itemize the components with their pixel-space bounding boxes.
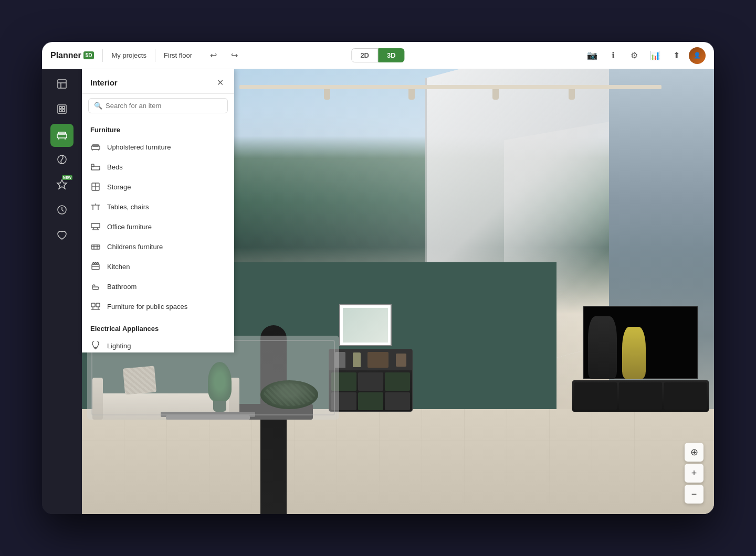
clock-icon	[56, 204, 68, 218]
vase-dark	[588, 316, 617, 379]
my-projects-link[interactable]: My projects	[111, 51, 146, 59]
public-label: Furniture for public spaces	[107, 303, 187, 311]
panel-title: Interior	[90, 78, 118, 87]
search-icon: 🔍	[94, 102, 102, 110]
bar-cabinet	[329, 349, 413, 412]
zoom-in-button[interactable]: +	[685, 464, 704, 483]
compass-icon: ⊕	[690, 446, 698, 458]
bathroom-label: Bathroom	[107, 283, 136, 291]
category-item-upholstered[interactable]: Upholstered furniture	[82, 137, 234, 157]
svg-rect-4	[59, 110, 61, 112]
separator-1	[102, 49, 103, 62]
svg-rect-43	[96, 303, 100, 307]
office-label: Office furniture	[107, 223, 152, 231]
undo-redo-actions: ↩ ↪	[205, 47, 243, 64]
sidebar-item-clock[interactable]	[50, 199, 74, 222]
svg-rect-42	[91, 303, 95, 307]
sidebar-item-favorites[interactable]	[50, 224, 74, 248]
drawer-2	[619, 382, 662, 410]
avatar[interactable]: 👤	[689, 47, 706, 64]
bathroom-icon	[90, 281, 101, 292]
new-badge: NEW	[62, 175, 72, 180]
category-item-lighting[interactable]: Lighting	[82, 336, 234, 352]
compass-button[interactable]: ⊕	[685, 443, 704, 462]
svg-rect-28	[91, 223, 100, 228]
svg-rect-0	[58, 80, 66, 88]
spotlight-1	[324, 89, 330, 100]
nav-controls: ⊕ + −	[685, 443, 704, 504]
storage-icon	[90, 181, 101, 192]
topbar-right-actions: 📷 ℹ ⚙ 📊 ⬆ 👤	[584, 47, 706, 64]
sidebar-item-furniture[interactable]	[50, 124, 74, 147]
kitchen-label: Kitchen	[107, 263, 130, 271]
floor	[82, 409, 714, 514]
category-item-kitchen[interactable]: Kitchen	[82, 256, 234, 276]
separator-2	[155, 49, 155, 62]
logo-badge: 5D	[83, 51, 94, 59]
info-icon: ℹ	[612, 50, 615, 60]
picture-frame	[339, 304, 392, 346]
zoom-out-button[interactable]: −	[685, 485, 704, 504]
svg-point-40	[97, 263, 99, 264]
spotlight-4	[569, 89, 575, 100]
wine-slot-2	[358, 372, 383, 391]
category-item-bathroom[interactable]: Bathroom	[82, 276, 234, 296]
topbar: Planner 5D My projects First floor ↩ ↪ 2…	[42, 42, 714, 69]
svg-rect-5	[62, 110, 65, 112]
view-3d-button[interactable]: 3D	[378, 48, 405, 62]
pouf-pattern	[264, 383, 315, 406]
childrens-icon	[90, 241, 101, 252]
floor-tiles-h	[82, 409, 714, 514]
current-project-link[interactable]: First floor	[164, 51, 192, 59]
undo-button[interactable]: ↩	[205, 47, 222, 64]
category-item-storage[interactable]: Storage	[82, 177, 234, 197]
bowl	[368, 352, 388, 368]
box-item	[396, 354, 406, 367]
svg-rect-3	[62, 106, 65, 109]
ceiling-track	[239, 85, 662, 89]
stats-button[interactable]: 📊	[647, 47, 664, 64]
search-input[interactable]	[106, 102, 222, 110]
info-button[interactable]: ℹ	[605, 47, 622, 64]
app-container: Planner 5D My projects First floor ↩ ↪ 2…	[42, 42, 714, 514]
vase-gold	[622, 327, 646, 379]
public-icon	[90, 301, 101, 312]
beds-label: Beds	[107, 163, 123, 171]
app-logo[interactable]: Planner 5D	[50, 51, 94, 60]
childrens-label: Childrens furniture	[107, 243, 163, 251]
sidebar-item-library[interactable]	[50, 99, 74, 122]
sidebar-item-floor-plan[interactable]	[50, 73, 74, 97]
category-item-childrens[interactable]: Childrens furniture	[82, 237, 234, 256]
svg-rect-32	[91, 245, 100, 249]
panel-list: Furniture Upholstered furniture	[82, 117, 234, 352]
settings-button[interactable]: ⚙	[626, 47, 643, 64]
view-2d-button[interactable]: 2D	[351, 48, 378, 62]
category-item-public[interactable]: Furniture for public spaces	[82, 296, 234, 316]
lighting-icon	[90, 340, 101, 351]
main-content: NEW	[42, 69, 714, 514]
category-item-office[interactable]: Office furniture	[82, 217, 234, 237]
sidebar-item-materials[interactable]	[50, 149, 74, 172]
floor-plan-icon	[56, 78, 68, 92]
camera-icon: 📷	[587, 50, 597, 60]
svg-rect-41	[92, 287, 99, 290]
lighting-label: Lighting	[107, 342, 131, 350]
camera-button[interactable]: 📷	[584, 47, 601, 64]
sidebar-item-new[interactable]: NEW	[50, 174, 74, 197]
interior-panel: Interior ✕ 🔍 Furniture	[82, 69, 234, 352]
office-icon	[90, 221, 101, 232]
electrical-category-header: Electrical Appliances	[82, 319, 234, 336]
category-item-beds[interactable]: Beds	[82, 157, 234, 177]
redo-button[interactable]: ↪	[226, 47, 243, 64]
wine-slot-3	[385, 372, 410, 391]
heart-icon	[56, 229, 68, 243]
tables-icon	[90, 201, 101, 212]
drawer-1	[574, 382, 617, 410]
tv-unit-drawers	[574, 382, 707, 410]
export-button[interactable]: ⬆	[668, 47, 685, 64]
svg-rect-7	[58, 132, 66, 134]
category-item-tables[interactable]: Tables, chairs	[82, 197, 234, 217]
svg-rect-2	[59, 106, 61, 109]
panel-close-button[interactable]: ✕	[214, 77, 226, 88]
library-icon	[56, 103, 68, 117]
